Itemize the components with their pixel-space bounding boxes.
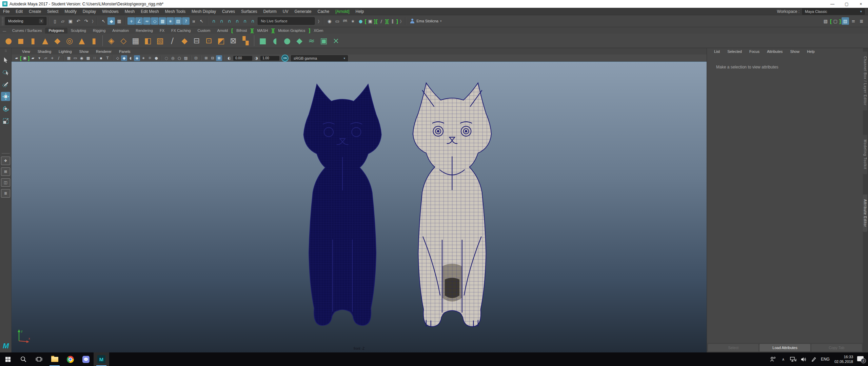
attribute-editor-menu-selected[interactable]: Selected [724, 49, 746, 54]
taskbar-app-file-explorer[interactable] [47, 352, 62, 366]
select-dynamics-icon[interactable]: ∗ [166, 17, 174, 25]
rotate-tool[interactable] [1, 104, 10, 113]
highlight-selection-icon[interactable]: ↖ [198, 17, 205, 25]
select-surfaces-icon[interactable]: ◇ [151, 17, 158, 25]
taskbar-app-maya[interactable]: M [94, 352, 109, 366]
multi-cut-icon[interactable]: ⊠ [228, 35, 239, 46]
crease-tool-icon[interactable]: / [166, 35, 178, 46]
menu-help[interactable]: Help [353, 9, 367, 14]
poly-plane-icon[interactable]: ◆ [52, 35, 63, 46]
menu-edit-mesh[interactable]: Edit Mesh [138, 9, 162, 14]
user-account-menu[interactable]: Ema Stolicna ▾ [410, 19, 441, 23]
wireframe-display-icon[interactable]: ◇ [115, 55, 121, 61]
people-button[interactable] [768, 352, 778, 366]
select-curves-icon[interactable]: ≈ [143, 17, 151, 25]
contrast-icon[interactable]: ◑ [253, 55, 259, 61]
menu-curves[interactable]: Curves [219, 9, 238, 14]
grease-pencil-icon[interactable]: / [56, 55, 62, 61]
attribute-editor-menu-show[interactable]: Show [786, 49, 803, 54]
shelf-tab-rigging[interactable]: Rigging [90, 28, 109, 34]
copy-tab-button[interactable]: Copy Tab [811, 344, 862, 351]
poly-cube-icon[interactable]: ◼ [15, 35, 26, 46]
load-attributes-button[interactable]: Load Attributes [760, 344, 810, 351]
planar-mapping-icon[interactable]: ■ [257, 35, 269, 46]
poly-cone-icon[interactable]: ▲ [39, 35, 51, 46]
select-button[interactable]: Select [708, 344, 758, 351]
scene-render-view-icon[interactable]: ▣ [367, 17, 374, 25]
network-button[interactable] [788, 352, 798, 366]
select-object-icon[interactable]: ◆ [107, 17, 115, 25]
action-center-button[interactable]: 2 [856, 352, 866, 366]
select-hierarchy-icon[interactable]: ↖ [100, 17, 107, 25]
automatic-mapping-icon[interactable]: ◆ [294, 35, 305, 46]
extrude-icon[interactable]: ▧ [154, 35, 166, 46]
shelf-tab-motion-graphics[interactable]: Motion Graphics [275, 28, 309, 34]
select-component-icon[interactable]: ▦ [115, 17, 123, 25]
menu-select[interactable]: Select [44, 9, 61, 14]
attribute-editor-menu-help[interactable]: Help [803, 49, 818, 54]
viewport-menu-lighting[interactable]: Lighting [55, 49, 76, 54]
statusline-grip[interactable] [2, 17, 4, 25]
shelf-tab-polygons[interactable]: Polygons [45, 28, 67, 34]
menu-mesh[interactable]: Mesh [122, 9, 138, 14]
collapse-arrow-icon[interactable]: ❭ [316, 19, 321, 23]
bevel-icon[interactable]: ◆ [179, 35, 190, 46]
viewport-menu-panels[interactable]: Panels [115, 49, 134, 54]
shelf-tab-xgen[interactable]: XGen [310, 28, 327, 34]
menu-surfaces[interactable]: Surfaces [238, 9, 260, 14]
snap-to-curve-icon[interactable]: ∩ [218, 17, 225, 25]
xray-joints-icon[interactable]: ◎ [170, 55, 176, 61]
display-layers-icon[interactable]: ≣ [858, 17, 865, 25]
camera-icon[interactable]: ▰ [14, 55, 20, 61]
resolution-gate-icon[interactable]: ◉ [79, 55, 85, 61]
volume-button[interactable] [798, 352, 809, 366]
collapse-arrow-icon[interactable]: ❭ [90, 19, 95, 23]
cut-sew-uv-icon[interactable]: × [330, 35, 342, 46]
shelf-tab-rendering[interactable]: Rendering [132, 28, 156, 34]
menu-uv[interactable]: UV [280, 9, 292, 14]
exposure-field[interactable]: 0.00 [233, 56, 252, 61]
clock[interactable]: 16:33 02.05.2018 [832, 354, 856, 364]
side-tab-modeling-toolkit[interactable]: Modeling Toolkit [863, 135, 867, 174]
lighting-toggle-icon[interactable]: ☼ [147, 55, 153, 61]
render-view-icon[interactable]: ◉ [326, 17, 333, 25]
isolate-select-icon[interactable]: ○ [176, 55, 182, 61]
exposure-icon[interactable]: ◐ [226, 55, 232, 61]
textured-display-icon[interactable]: ◈ [134, 55, 140, 61]
select-rendering-icon[interactable]: ▤ [174, 17, 182, 25]
open-scene-icon[interactable]: ▱ [59, 17, 66, 25]
language-indicator[interactable]: ENG [819, 357, 832, 362]
xray-icon[interactable]: ◌ [163, 55, 170, 61]
pan-zoom-icon[interactable]: + [49, 55, 55, 61]
field-chart-icon[interactable]: ∷ [92, 55, 98, 61]
uv-editor-icon[interactable]: ▣ [318, 35, 330, 46]
close-button[interactable]: × [854, 0, 868, 8]
make-live-icon[interactable]: ∩ [249, 17, 256, 25]
flat-shade-icon[interactable]: ◖ [127, 55, 134, 61]
side-tab-attribute-editor[interactable]: Attribute Editor [863, 195, 867, 232]
unfold-icon[interactable]: ≈ [306, 35, 317, 46]
selection-highlighting-icon[interactable]: ⊡ [193, 55, 199, 61]
menu-mesh-tools[interactable]: Mesh Tools [162, 9, 189, 14]
image-plane-icon[interactable]: ▱ [43, 55, 49, 61]
render-current-frame-icon[interactable]: ▭ [334, 17, 341, 25]
attribute-editor-toggle-icon[interactable]: ≡ [850, 17, 857, 25]
menu-mesh-display[interactable]: Mesh Display [189, 9, 219, 14]
snap-to-point-icon[interactable]: ∩ [225, 17, 233, 25]
toolbox-grip[interactable] [5, 49, 7, 52]
ambient-occlusion-icon[interactable]: ⊟ [210, 55, 216, 61]
undo-icon[interactable]: ↶ [75, 17, 82, 25]
select-handles-icon[interactable]: + [127, 17, 135, 25]
lock-selection-icon[interactable]: ¤ [190, 17, 197, 25]
plate-icon[interactable]: ▨ [183, 55, 189, 61]
menu-cache[interactable]: Cache [314, 9, 332, 14]
viewport-menu-renderer[interactable]: Renderer [92, 49, 115, 54]
camera-attributes-icon[interactable]: ▰ [30, 55, 36, 61]
gate-mask-icon[interactable]: ▩ [85, 55, 91, 61]
menu-set-dropdown[interactable]: Modeling ▾ [5, 17, 46, 25]
anti-aliasing-icon[interactable]: ⊞ [203, 55, 209, 61]
spherical-mapping-icon[interactable]: ● [281, 35, 293, 46]
color-management-toggle[interactable]: ON [281, 55, 289, 62]
menu-arnold[interactable]: [Arnold] [332, 9, 352, 14]
grid-toggle-icon[interactable]: ▦ [66, 55, 72, 61]
